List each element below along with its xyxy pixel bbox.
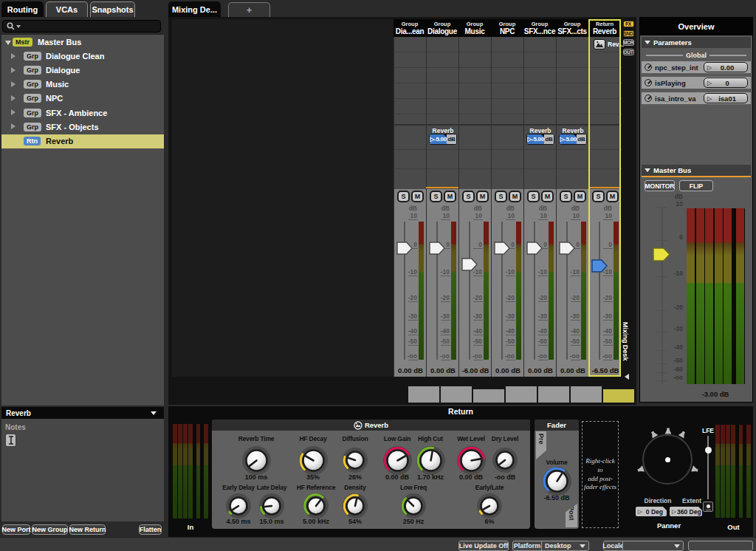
tree-item-dialogue[interactable]: GrpDialogue (1, 64, 164, 78)
properties-panel-header[interactable]: Reverb (1, 407, 164, 419)
strip-volume-value[interactable]: 0.00 dB (427, 366, 459, 374)
expanded-caret-icon[interactable] (5, 41, 11, 45)
live-update-button[interactable]: Live Update Off (458, 541, 509, 551)
lfe-slider-handle[interactable] (705, 447, 712, 454)
collapsed-caret-icon[interactable] (11, 109, 16, 115)
reverb-effect-header[interactable]: Reverb (212, 420, 530, 431)
send-level-value[interactable]: ▷-5.00 (430, 134, 447, 144)
search-input[interactable] (2, 20, 161, 32)
knob-value[interactable]: -oo dB (477, 473, 533, 481)
desk-view-button-out[interactable]: OUT (623, 49, 634, 55)
mute-button[interactable]: M (411, 191, 424, 202)
effect-chip[interactable]: Rev... (594, 39, 624, 49)
mute-button[interactable]: M (444, 191, 456, 202)
fader-handle[interactable] (494, 242, 510, 255)
knob-value[interactable]: 250 Hz (385, 518, 441, 525)
collapsed-caret-icon[interactable] (11, 53, 16, 59)
strip-volume-value[interactable]: 0.00 dB (394, 366, 427, 374)
tab-snapshots[interactable]: Snapshots (90, 1, 135, 17)
knob-value[interactable]: 54% (327, 518, 383, 525)
lfe-slider-track[interactable] (707, 436, 709, 499)
master-fader-handle[interactable] (653, 247, 670, 261)
collapsed-caret-icon[interactable] (11, 67, 16, 73)
scroll-segment-6[interactable] (571, 386, 602, 403)
knob-early-late[interactable]: Early/Late6% (461, 484, 518, 491)
lfe-speaker-button[interactable] (703, 502, 713, 512)
scroll-segment-5[interactable] (538, 386, 569, 403)
add-tab-button[interactable]: + (228, 2, 270, 17)
direction-field[interactable]: ▷ 0 Deg (636, 507, 667, 516)
tab-mixing-desk[interactable]: Mixing De... (168, 1, 221, 17)
fader-track[interactable] (469, 222, 470, 360)
fader-handle[interactable] (526, 242, 543, 255)
collapsed-caret-icon[interactable] (11, 95, 16, 101)
fader-handle[interactable] (591, 259, 608, 273)
master-fader-track[interactable] (662, 208, 663, 384)
mute-button[interactable]: M (509, 191, 521, 202)
collapse-panel-icon[interactable] (151, 411, 157, 415)
knob-value[interactable]: 6% (461, 518, 518, 525)
collapsed-caret-icon[interactable] (11, 81, 16, 87)
fader-handle[interactable] (559, 242, 575, 255)
tree-item-npc[interactable]: GrpNPC (1, 92, 164, 106)
tree-item-sfx-objects[interactable]: GrpSFX - Objects (1, 120, 164, 134)
send-level-field[interactable]: ▷-5.00dB (559, 134, 587, 145)
locale-select[interactable] (622, 541, 684, 551)
strip-volume-value[interactable]: 0.00 dB (492, 366, 524, 374)
post-fader-effects-hint[interactable]: Right-click toadd post-fader effects (582, 421, 619, 528)
new-return-button[interactable]: New Return (69, 524, 106, 535)
send-level-value[interactable]: ▷-5.00 (527, 134, 544, 144)
tree-item-sfx-ambience[interactable]: GrpSFX - Ambience (1, 106, 164, 120)
mixer-strip-npc[interactable]: GroupNPCSMdB100-10-20-30-40-50-oo0.00 dB (491, 19, 523, 377)
flatten-button[interactable]: Flatten (139, 524, 162, 535)
platform-select[interactable]: Desktop (541, 541, 589, 551)
panner-position-dot[interactable] (665, 457, 670, 462)
strip-volume-value[interactable]: 0.00 dB (524, 366, 557, 374)
tree-item-reverb[interactable]: RtnReverb (1, 134, 164, 148)
knob-reverb-time[interactable]: Reverb Time100 ms (228, 435, 284, 442)
mixer-strip-music[interactable]: GroupMusicSMdB100-10-20-30-40-50-oo-6.00… (458, 19, 491, 377)
volume-value[interactable]: -6.50 dB (529, 494, 585, 502)
solo-button[interactable]: S (397, 191, 410, 202)
send-level-field[interactable]: ▷-5.00dB (526, 134, 554, 145)
collapsed-caret-icon[interactable] (11, 123, 16, 129)
notes-edit-button[interactable] (5, 434, 16, 447)
new-group-button[interactable]: New Group (32, 524, 68, 535)
mixing-desk-collapsed-tab[interactable]: Mixing Desk (622, 322, 634, 390)
desk-view-button-snd[interactable]: SND (623, 30, 634, 37)
knob-dry-level[interactable]: Dry Level-oo dB (477, 435, 533, 442)
mixer-strip-dialogue[interactable]: GroupDialogueReverb▷-5.00dBSMdB100-10-20… (426, 19, 458, 377)
solo-button[interactable]: S (495, 191, 507, 202)
mixer-strip-sfx-cts[interactable]: GroupSFX...ctsReverb▷-5.00dBSMdB100-10-2… (556, 19, 588, 377)
strip-volume-value[interactable]: 0.00 dB (557, 366, 589, 374)
mixer-strip-dia-ean[interactable]: GroupDia...eanSMdB100-10-20-30-40-50-oo0… (394, 19, 426, 377)
scroll-segment-2[interactable] (441, 386, 472, 403)
mute-button[interactable]: M (541, 191, 554, 202)
knob-low-freq[interactable]: Low Freq250 Hz (385, 484, 441, 491)
tree-item-dialogue-clean[interactable]: GrpDialogue Clean (1, 49, 164, 64)
fader-handle[interactable] (396, 242, 413, 255)
mute-button[interactable]: M (476, 191, 489, 202)
new-port-button[interactable]: New Port (2, 524, 30, 535)
mute-button[interactable]: M (574, 191, 586, 202)
solo-button[interactable]: S (430, 191, 442, 202)
pre-fader-tab[interactable]: Pre (536, 431, 546, 459)
tab-vcas[interactable]: VCAs (46, 1, 88, 17)
fader-track[interactable] (599, 222, 600, 360)
tab-routing[interactable]: Routing (1, 1, 44, 17)
scroll-segment-3[interactable] (473, 389, 504, 403)
post-fader-tab[interactable]: Post (566, 504, 577, 527)
knob-density[interactable]: Density54% (327, 484, 383, 491)
send-level-field[interactable]: ▷-5.00dB (429, 134, 457, 145)
solo-button[interactable]: S (527, 191, 540, 202)
mute-button[interactable]: M (606, 191, 619, 202)
solo-button[interactable]: S (592, 191, 605, 202)
solo-button[interactable]: S (462, 191, 475, 202)
knob-value[interactable]: 100 ms (228, 473, 284, 481)
tree-item-music[interactable]: GrpMusic (1, 78, 164, 92)
search-filter-arrow-icon[interactable] (16, 25, 21, 28)
scroll-segment-4[interactable] (506, 386, 537, 403)
send-level-value[interactable]: ▷-5.00 (560, 134, 577, 144)
scroll-segment-1[interactable] (408, 386, 439, 403)
desk-view-button-fx[interactable]: FX (623, 21, 634, 27)
